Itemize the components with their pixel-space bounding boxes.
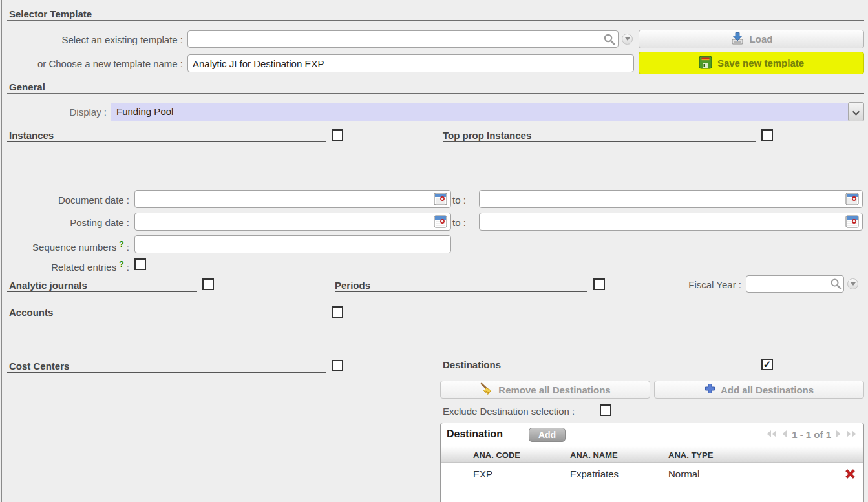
- table-header-row: ANA. CODE ANA. NAME ANA. TYPE: [441, 446, 863, 463]
- display-select[interactable]: Funding Pool: [111, 103, 848, 121]
- next-page-icon[interactable]: [836, 429, 842, 440]
- calendar-icon[interactable]: [845, 193, 859, 207]
- posting-date-to-input[interactable]: [479, 213, 863, 231]
- table-row[interactable]: EXP Expatriates Normal: [441, 463, 863, 486]
- pagination: 1 - 1 of 1: [766, 429, 857, 440]
- document-date-from-input[interactable]: [134, 190, 451, 208]
- display-label: Display :: [26, 107, 107, 118]
- top-prop-instances-divider: [443, 141, 756, 142]
- remove-all-destinations-button[interactable]: Remove all Destinations: [440, 381, 650, 399]
- instances-checkbox[interactable]: [332, 129, 343, 141]
- cost-centers-checkbox[interactable]: [332, 360, 343, 371]
- general-divider: [7, 93, 864, 94]
- periods-divider: [335, 291, 587, 292]
- related-entries-label: Related entries ? :: [0, 260, 129, 273]
- add-all-label: Add all Destinations: [721, 384, 814, 395]
- document-date-to-label: to :: [452, 194, 472, 205]
- analytic-journals-heading: Analytic journals: [9, 280, 87, 291]
- delete-row-icon[interactable]: [843, 466, 858, 483]
- cell-ana-code: EXP: [473, 468, 492, 479]
- search-icon: [603, 33, 615, 47]
- related-entries-checkbox[interactable]: [134, 258, 146, 270]
- column-header-ana-code: ANA. CODE: [473, 450, 520, 460]
- calendar-icon[interactable]: [434, 193, 447, 207]
- broom-icon: [480, 382, 493, 397]
- sequence-numbers-colon: :: [127, 242, 129, 253]
- periods-checkbox[interactable]: [593, 278, 605, 290]
- add-all-destinations-button[interactable]: Add all Destinations: [654, 381, 864, 399]
- calendar-icon[interactable]: [845, 215, 859, 230]
- load-button[interactable]: Load: [639, 30, 864, 48]
- periods-heading: Periods: [335, 280, 370, 291]
- sequence-numbers-input[interactable]: [134, 235, 451, 253]
- accounts-heading: Accounts: [9, 307, 53, 318]
- top-prop-instances-heading: Top prop Instances: [443, 130, 531, 141]
- exclude-destination-label: Exclude Destination selection :: [443, 406, 575, 417]
- related-entries-label-text: Related entries: [51, 262, 116, 273]
- cell-ana-name: Expatriates: [570, 468, 619, 479]
- chevron-down-icon: [625, 37, 630, 41]
- save-button-label: Save new template: [717, 58, 804, 68]
- analytic-journals-divider: [7, 291, 197, 292]
- instances-heading: Instances: [9, 130, 54, 141]
- destinations-checkbox[interactable]: ✓: [761, 359, 773, 370]
- prev-page-icon[interactable]: [781, 429, 787, 440]
- pagination-text: 1 - 1 of 1: [792, 429, 831, 440]
- fiscal-year-label: Fiscal Year :: [672, 279, 741, 290]
- instances-divider: [7, 141, 326, 142]
- title-divider: [7, 20, 864, 21]
- sequence-numbers-label: Sequence numbers ? :: [0, 240, 129, 253]
- posting-date-label: Posting date :: [13, 217, 129, 228]
- new-template-input[interactable]: [187, 54, 634, 72]
- cell-ana-type: Normal: [668, 468, 699, 479]
- load-icon: [730, 32, 745, 47]
- posting-date-to-label: to :: [452, 217, 472, 228]
- fiscal-year-dropdown-button[interactable]: [847, 278, 858, 289]
- document-date-label: Document date :: [13, 194, 129, 205]
- existing-template-input[interactable]: [187, 30, 619, 48]
- new-template-label: or Choose a new template name :: [6, 58, 183, 69]
- cost-centers-divider: [7, 372, 326, 373]
- document-date-to-input[interactable]: [479, 190, 863, 208]
- help-icon[interactable]: ?: [119, 260, 123, 269]
- save-new-template-button[interactable]: Save new template: [639, 52, 864, 74]
- destinations-heading: Destinations: [443, 359, 501, 370]
- last-page-icon[interactable]: [846, 429, 857, 440]
- help-icon[interactable]: ?: [119, 240, 123, 249]
- existing-template-dropdown-button[interactable]: [622, 34, 633, 45]
- search-icon: [830, 278, 842, 291]
- plus-icon: [704, 383, 715, 396]
- sequence-numbers-label-text: Sequence numbers: [32, 242, 116, 253]
- accounts-checkbox[interactable]: [332, 306, 343, 318]
- display-select-button[interactable]: [848, 102, 864, 121]
- selector-template-form: Selector Template Select an existing tem…: [0, 0, 868, 502]
- destination-add-button[interactable]: Add: [529, 428, 566, 442]
- exclude-destination-checkbox[interactable]: [600, 404, 611, 416]
- first-page-icon[interactable]: [766, 429, 777, 440]
- destination-panel: Destination Add 1 - 1 of 1 ANA. CODE ANA…: [440, 423, 864, 502]
- cost-centers-heading: Cost Centers: [9, 361, 69, 371]
- calendar-icon[interactable]: [434, 215, 447, 230]
- page-title: Selector Template: [9, 8, 92, 19]
- top-prop-instances-checkbox[interactable]: [761, 129, 773, 141]
- analytic-journals-checkbox[interactable]: [202, 278, 214, 290]
- accounts-divider: [7, 319, 326, 319]
- save-floppy-icon: [699, 56, 712, 71]
- column-header-ana-name: ANA. NAME: [570, 450, 618, 460]
- chevron-down-icon: [851, 282, 856, 286]
- chevron-down-icon: [852, 107, 860, 118]
- remove-all-label: Remove all Destinations: [498, 384, 610, 395]
- posting-date-from-input[interactable]: [134, 213, 451, 231]
- related-entries-colon: :: [127, 262, 129, 273]
- general-heading: General: [9, 81, 45, 92]
- destination-table-title: Destination: [447, 428, 503, 440]
- destinations-divider: [443, 371, 756, 371]
- load-button-label: Load: [750, 34, 773, 45]
- column-header-ana-type: ANA. TYPE: [668, 450, 713, 460]
- existing-template-label: Select an existing template :: [6, 34, 183, 45]
